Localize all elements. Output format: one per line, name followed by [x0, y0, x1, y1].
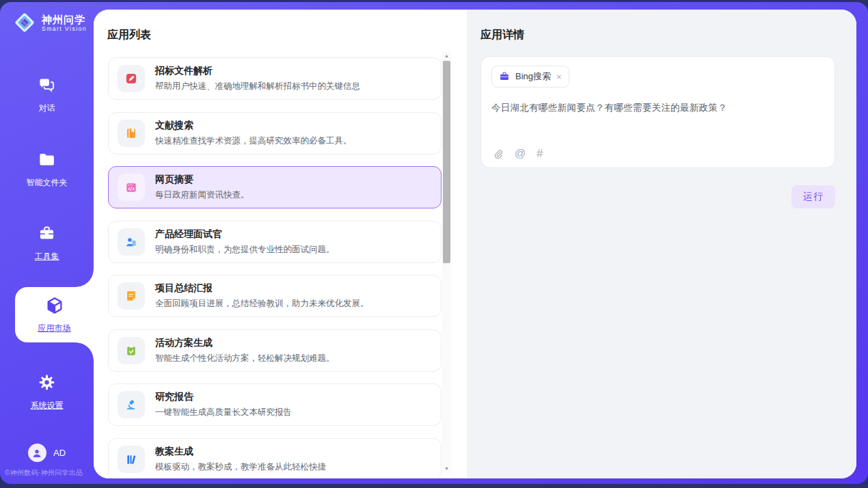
app-name: 文献搜索	[155, 120, 352, 132]
browser-code-icon	[118, 174, 145, 201]
scrollbar-thumb[interactable]	[443, 61, 450, 263]
run-button[interactable]: 运行	[791, 185, 835, 208]
note-icon	[118, 282, 145, 310]
sidebar-item-app-market[interactable]: 应用市场	[15, 287, 94, 342]
app-description: 模板驱动，教案秒成，教学准备从此轻松快捷	[155, 461, 326, 473]
sidebar-item-label: 应用市场	[38, 323, 71, 334]
user-profile[interactable]: AD	[0, 444, 94, 462]
app-description: 一键智能生成高质量长文本研究报告	[155, 407, 292, 418]
gear-icon	[38, 373, 56, 394]
sidebar-item-toolset[interactable]: 工具集	[0, 224, 94, 262]
app-list-scrollbar[interactable]: ▲ ▼	[442, 51, 451, 473]
brand-subtitle: Smart Vision	[42, 25, 87, 32]
sidebar-item-label: 对话	[39, 103, 55, 114]
app-description: 帮助用户快速、准确地理解和解析招标书中的关键信息	[155, 81, 360, 92]
app-name: 产品经理面试官	[155, 228, 335, 241]
sidebar-item-label: 智能文件夹	[27, 177, 68, 189]
copyright-text: ©神州数码·神州问学出品	[5, 468, 83, 478]
sidebar-item-label: 工具集	[35, 251, 59, 262]
app-name: 教案生成	[155, 446, 326, 458]
run-row: 运行	[791, 185, 835, 208]
prompt-input-card[interactable]: Bing搜索 × 今日湖北有哪些新闻要点？有哪些需要关注的最新政策？ @ #	[480, 56, 835, 168]
cube-icon	[45, 296, 64, 318]
app-name: 网页摘要	[155, 174, 249, 186]
book-icon	[118, 120, 145, 147]
app-name: 活动方案生成	[155, 337, 335, 349]
sidebar: 神州问学 Smart Vision 对话 智能文件夹 工具集	[0, 2, 94, 484]
app-detail-panel: 应用详情 Bing搜索 × 今日湖北有哪些新闻要点？有哪些需要关注的最新政策？	[467, 10, 856, 478]
toolbox-icon	[38, 224, 56, 245]
app-card-web-summary[interactable]: 网页摘要 每日政府新闻资讯快查。	[108, 166, 442, 208]
document-edit-icon	[118, 65, 145, 92]
app-description: 智能生成个性化活动方案，轻松解决规划难题。	[155, 353, 335, 364]
mention-icon[interactable]: @	[515, 148, 526, 160]
brand-name: 神州问学	[42, 14, 87, 25]
app-card-list: 招标文件解析 帮助用户快速、准确地理解和解析招标书中的关键信息 文献搜索 快速精…	[108, 57, 442, 478]
app-description: 快速精准查找学术资源，提高研究效率的必备工具。	[155, 135, 352, 147]
chat-icon	[38, 76, 56, 97]
scroll-down-arrow-icon[interactable]: ▼	[442, 464, 451, 473]
scroll-up-arrow-icon[interactable]: ▲	[442, 51, 451, 60]
app-card-literature-search[interactable]: 文献搜索 快速精准查找学术资源，提高研究效率的必备工具。	[108, 112, 442, 154]
app-card-pm-interviewer[interactable]: 产品经理面试官 明确身份和职责，为您提供专业性的面试问题。	[108, 221, 442, 263]
app-card-bid-document-analysis[interactable]: 招标文件解析 帮助用户快速、准确地理解和解析招标书中的关键信息	[108, 57, 442, 100]
app-description: 每日政府新闻资讯快查。	[155, 189, 249, 201]
app-detail-title: 应用详情	[480, 28, 524, 42]
app-name: 招标文件解析	[155, 65, 360, 77]
folder-icon	[38, 150, 56, 172]
books-icon	[118, 446, 145, 473]
brand-logo: 神州问学 Smart Vision	[12, 10, 87, 35]
tool-chip-label: Bing搜索	[515, 70, 551, 83]
microscope-icon	[118, 391, 145, 418]
sidebar-item-chat[interactable]: 对话	[0, 76, 94, 114]
clipboard-check-icon	[118, 337, 145, 364]
avatar-person-icon	[31, 447, 43, 459]
prompt-input-value[interactable]: 今日湖北有哪些新闻要点？有哪些需要关注的最新政策？	[491, 102, 824, 114]
sidebar-item-label: 系统设置	[31, 400, 64, 411]
app-list-title: 应用列表	[107, 28, 151, 42]
app-card-research-report[interactable]: 研究报告 一键智能生成高质量长文本研究报告	[108, 383, 442, 426]
user-name: AD	[53, 448, 66, 458]
app-list-panel: 应用列表 招标文件解析 帮助用户快速、准确地理解和解析招标书中的关键信息	[94, 10, 467, 478]
app-name: 项目总结汇报	[155, 282, 369, 295]
app-card-lesson-plan-generation[interactable]: 教案生成 模板驱动，教案秒成，教学准备从此轻松快捷	[108, 438, 442, 479]
chip-close-icon[interactable]: ×	[556, 72, 562, 81]
app-description: 全面回顾项目进展，总结经验教训，助力未来优化发展。	[155, 298, 369, 310]
interviewer-icon	[118, 228, 145, 256]
briefcase-icon	[499, 71, 510, 82]
app-description: 明确身份和职责，为您提供专业性的面试问题。	[155, 244, 335, 256]
app-card-event-plan-generation[interactable]: 活动方案生成 智能生成个性化活动方案，轻松解决规划难题。	[108, 329, 442, 372]
sidebar-item-settings[interactable]: 系统设置	[0, 373, 94, 411]
app-name: 研究报告	[155, 391, 292, 403]
gem-logo-icon	[12, 10, 37, 35]
app-card-project-summary[interactable]: 项目总结汇报 全面回顾项目进展，总结经验教训，助力未来优化发展。	[108, 275, 442, 317]
avatar	[28, 444, 46, 462]
content-card: 应用列表 招标文件解析 帮助用户快速、准确地理解和解析招标书中的关键信息	[94, 10, 856, 478]
tool-chip-bing-search[interactable]: Bing搜索 ×	[491, 66, 569, 87]
input-toolbar: @ #	[492, 148, 543, 160]
hash-icon[interactable]: #	[537, 148, 543, 160]
sidebar-item-smart-folder[interactable]: 智能文件夹	[0, 150, 94, 189]
paperclip-icon[interactable]	[492, 148, 504, 160]
